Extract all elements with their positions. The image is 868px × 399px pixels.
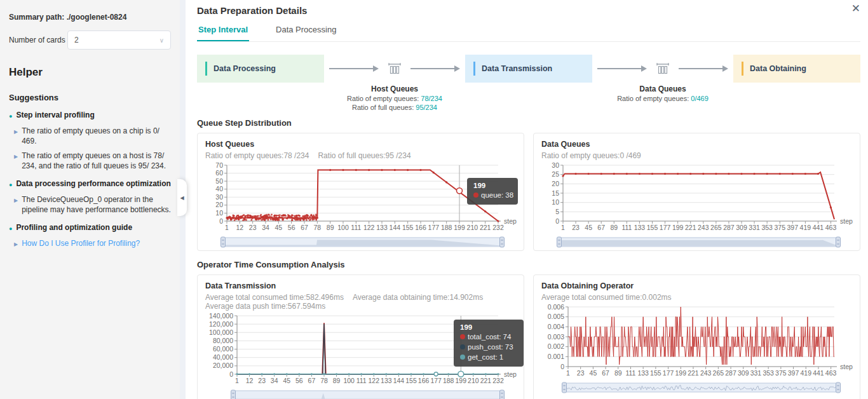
svg-text:463: 463 [825,224,837,231]
svg-text:353: 353 [763,369,774,377]
svg-text:375: 375 [775,369,787,377]
svg-text:50: 50 [215,177,223,185]
svg-text:166: 166 [415,224,426,231]
triangle-icon: ▶ [14,127,18,146]
svg-text:331: 331 [750,369,762,377]
svg-text:419: 419 [800,369,811,377]
data-queues-label: Data Queues [590,85,736,93]
svg-text:177: 177 [428,224,440,231]
profiler-guide-link[interactable]: How Do I Use Profiler for Profiling? [22,238,140,250]
svg-text:199: 199 [675,369,687,377]
svg-text:78: 78 [320,377,328,384]
tab-data-processing[interactable]: Data Processing [275,22,337,41]
svg-text:140,000: 140,000 [209,312,233,320]
svg-text:89: 89 [614,369,622,377]
section-queue-step-distribution: Queue Step Distribution [197,118,860,128]
svg-text:23: 23 [249,224,257,231]
helper-title: Helper [9,66,171,79]
close-icon[interactable]: ✕ [851,3,860,15]
summary-path: Summary path: ./googlenet-0824 [9,13,171,22]
svg-text:210: 210 [468,377,479,384]
number-of-cards-select[interactable]: 2 ∨ [67,30,171,50]
queue-icon [388,62,402,76]
svg-text:100: 100 [337,224,349,231]
chart-data-queues[interactable]: 0510152025301234567891111331551771992212… [541,161,853,247]
svg-text:221: 221 [480,377,492,384]
svg-text:166: 166 [418,377,430,384]
svg-text:199: 199 [456,377,467,384]
svg-text:10: 10 [215,209,223,217]
svg-text:0.006: 0.006 [548,303,564,311]
svg-text:133: 133 [376,224,388,231]
svg-text:0.004: 0.004 [548,323,564,330]
svg-text:23: 23 [577,369,585,377]
chart-data-transmission[interactable]: 020,00040,00060,00080,000100,000120,0001… [205,312,517,399]
svg-text:20: 20 [215,201,223,208]
svg-text:total_cost: 74: total_cost: 74 [468,333,512,341]
suggestion-item: ▶ The DeviceQueueOp_0 operator in the pi… [9,194,171,215]
svg-text:463: 463 [825,369,837,377]
svg-text:step: step [840,363,853,370]
chart-title: Data Obtaining Operator [541,281,852,290]
svg-text:step: step [504,370,517,378]
svg-text:331: 331 [749,224,760,231]
svg-text:177: 177 [660,224,671,231]
svg-text:419: 419 [800,224,811,231]
svg-text:100: 100 [343,377,355,384]
svg-text:0: 0 [555,217,559,225]
chart-subtitle: Ratio of empty queues:0 /469 [541,151,852,160]
svg-text:155: 155 [405,377,417,384]
svg-text:100,000: 100,000 [209,328,233,336]
section-operator-time: Operator Time Consumption Analysis [197,260,860,269]
svg-text:221: 221 [688,369,699,377]
svg-text:0.005: 0.005 [548,313,564,320]
svg-text:5: 5 [555,208,559,215]
svg-text:56: 56 [295,377,303,384]
svg-text:30: 30 [552,161,559,169]
svg-text:0.001: 0.001 [548,353,564,360]
svg-text:34: 34 [262,224,269,231]
svg-text:45: 45 [275,224,282,231]
suggestions-title: Suggestions [9,93,171,102]
svg-text:120,000: 120,000 [209,320,233,328]
svg-text:89: 89 [333,377,341,384]
svg-text:155: 155 [650,369,661,377]
queue-icon [656,62,670,76]
chevron-down-icon: ∨ [159,37,164,44]
chart-title: Host Queues [205,140,516,149]
svg-text:375: 375 [774,224,785,231]
chart-title: Data Queues [541,140,852,149]
svg-text:15: 15 [552,189,559,197]
chart-data-obtaining[interactable]: 00.0010.0020.0030.0040.0050.006123456789… [541,303,853,392]
svg-text:155: 155 [647,224,658,231]
tab-step-interval[interactable]: Step Interval [197,22,249,41]
svg-text:397: 397 [787,224,799,231]
card-host-queues: Host Queues Ratio of empty queues:78 /23… [197,133,524,251]
bullet-icon: ● [9,180,12,190]
svg-text:0: 0 [219,217,223,225]
chart-host-queues[interactable]: 0102030405060701122334455667788910011112… [205,161,517,247]
svg-text:122: 122 [363,224,375,231]
svg-text:67: 67 [602,369,609,377]
svg-text:67: 67 [301,224,308,231]
suggestion-heading: Step interval profiling [16,110,94,121]
arrow-right-icon [410,68,455,69]
tab-bar: Step Interval Data Processing [197,22,860,42]
svg-text:25: 25 [552,170,559,178]
svg-text:20,000: 20,000 [213,362,233,369]
bullet-icon: ● [9,224,12,234]
host-queues-label: Host Queues [322,85,468,93]
svg-text:265: 265 [713,369,724,377]
svg-text:232: 232 [492,377,504,384]
arrow-right-icon [679,68,723,69]
card-data-transmission: Data Transmission Average total consumed… [197,274,524,399]
triangle-icon: ▶ [14,152,18,171]
svg-text:0: 0 [560,363,564,370]
svg-text:0: 0 [229,370,233,378]
host-queues-ratio-full: Ratio of full queues: 95/234 [322,104,468,111]
sidebar-collapse-handle[interactable]: ◀ [177,179,187,216]
host-queues-ratio-empty: Ratio of empty queues: 78/234 [322,95,468,102]
svg-text:199: 199 [672,224,684,231]
svg-text:0.003: 0.003 [548,333,564,341]
svg-text:177: 177 [430,377,442,384]
